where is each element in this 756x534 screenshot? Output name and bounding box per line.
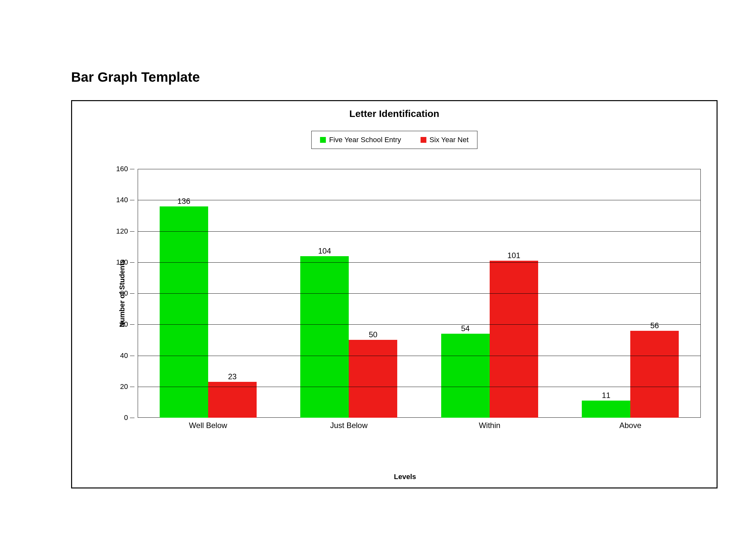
x-tick: Just Below (279, 421, 419, 430)
bar: 54 (441, 334, 490, 418)
grid-line (138, 200, 701, 200)
grid-line (138, 356, 701, 356)
y-tick: 40 (105, 351, 128, 360)
grid-line (138, 231, 701, 232)
legend-item-0: Five Year School Entry (320, 136, 401, 144)
y-tick: 160 (105, 165, 128, 173)
bar: 23 (208, 382, 256, 418)
grid-line (138, 262, 701, 263)
bar: 104 (300, 256, 349, 418)
bar-value-label: 50 (349, 330, 397, 339)
bar: 50 (349, 340, 397, 418)
legend-item-1: Six Year Net (420, 136, 469, 144)
bar-value-label: 136 (160, 197, 208, 206)
bar: 136 (160, 206, 208, 418)
legend: Five Year School Entry Six Year Net (311, 131, 477, 149)
x-tick: Above (560, 421, 701, 430)
plot-area: Number of Students 020406080100120140160… (109, 169, 701, 418)
bar-value-label: 11 (582, 391, 630, 400)
chart-frame: Letter Identification Five Year School E… (71, 100, 717, 489)
y-tick: 0 (105, 414, 128, 422)
bar: 11 (582, 400, 630, 418)
y-tick: 100 (105, 258, 128, 267)
legend-swatch-0 (320, 137, 326, 143)
bar-value-label: 23 (208, 372, 256, 381)
y-tick: 20 (105, 383, 128, 391)
x-tick: Within (419, 421, 560, 430)
y-tick: 80 (105, 289, 128, 297)
grid-line (138, 293, 701, 294)
legend-label-0: Five Year School Entry (329, 136, 401, 144)
bar-value-label: 56 (630, 321, 679, 330)
bar: 101 (490, 261, 538, 418)
bar-value-label: 104 (300, 246, 349, 256)
y-tick: 60 (105, 320, 128, 329)
legend-swatch-1 (420, 137, 426, 143)
grid-line (138, 387, 701, 387)
y-tick: 120 (105, 227, 128, 236)
x-tick: Well Below (138, 421, 279, 430)
x-tick-row: Well BelowJust BelowWithinAbove (138, 421, 701, 430)
y-tick: 140 (105, 196, 128, 204)
grid-line (138, 324, 701, 325)
chart-title: Letter Identification (72, 108, 716, 119)
legend-label-1: Six Year Net (430, 136, 469, 144)
bar-value-label: 54 (441, 324, 490, 333)
page-title: Bar Graph Template (71, 69, 200, 85)
bar-value-label: 101 (490, 251, 538, 260)
x-axis-title: Levels (109, 472, 701, 481)
bar: 56 (630, 331, 679, 418)
